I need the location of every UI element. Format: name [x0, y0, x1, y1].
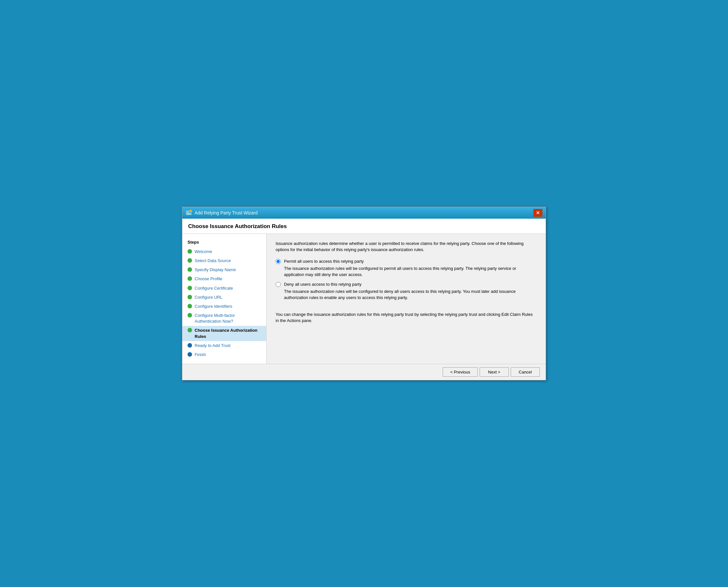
sidebar-item-specify-display-name[interactable]: Specify Display Name [182, 265, 266, 274]
radio-label-text-permit-all: Permit all users to access this relying … [284, 259, 364, 264]
radio-input-permit-all[interactable] [275, 259, 281, 264]
sidebar-item-label-configure-url: Configure URL [195, 295, 222, 300]
sidebar-item-finish[interactable]: Finish [182, 350, 266, 359]
svg-rect-1 [187, 211, 189, 213]
sidebar-item-label-configure-certificate: Configure Certificate [195, 285, 233, 291]
wizard-window: Add Relying Party Trust Wizard ✕ Choose … [182, 207, 546, 380]
radio-option-deny-all: Deny all users access to this relying pa… [275, 282, 537, 301]
svg-rect-3 [187, 213, 191, 214]
sidebar-item-label-welcome: Welcome [195, 249, 212, 255]
radio-label-text-deny-all: Deny all users access to this relying pa… [284, 282, 361, 287]
title-bar-title: Add Relying Party Trust Wizard [195, 210, 258, 215]
steps-label: Steps [182, 238, 266, 247]
sidebar-item-select-data-source[interactable]: Select Data Source [182, 256, 266, 265]
radio-option-permit-all: Permit all users to access this relying … [275, 259, 537, 278]
step-dot-choose-profile [188, 276, 192, 281]
step-dot-ready-to-add-trust [188, 343, 192, 348]
sidebar-item-configure-certificate[interactable]: Configure Certificate [182, 284, 266, 293]
sidebar-item-choose-profile[interactable]: Choose Profile [182, 274, 266, 283]
close-button[interactable]: ✕ [533, 209, 542, 217]
description-text: Issuance authorization rules determine w… [275, 240, 537, 253]
svg-point-5 [190, 210, 191, 211]
step-dot-select-data-source [188, 258, 192, 263]
radio-group: Permit all users to access this relying … [275, 259, 537, 305]
sidebar-item-ready-to-add-trust[interactable]: Ready to Add Trust [182, 341, 266, 350]
page-header: Choose Issuance Authorization Rules [182, 219, 546, 234]
sidebar-item-configure-url[interactable]: Configure URL [182, 293, 266, 302]
sidebar-item-choose-issuance[interactable]: Choose Issuance Authorization Rules [182, 326, 266, 341]
app-icon [186, 210, 192, 216]
sidebar-item-label-choose-issuance: Choose Issuance Authorization Rules [195, 328, 261, 339]
sidebar-item-label-choose-profile: Choose Profile [195, 276, 222, 282]
sidebar-item-label-specify-display-name: Specify Display Name [195, 267, 236, 273]
radio-label-row-deny-all: Deny all users access to this relying pa… [275, 282, 537, 287]
step-dot-configure-multifactor [188, 313, 192, 318]
radio-options-container: Permit all users to access this relying … [275, 259, 537, 305]
next-button[interactable]: Next > [480, 367, 509, 377]
radio-input-deny-all[interactable] [275, 282, 281, 287]
page-title: Choose Issuance Authorization Rules [188, 223, 540, 230]
title-bar-left: Add Relying Party Trust Wizard [186, 210, 258, 216]
radio-description-permit-all: The issuance authorization rules will be… [284, 265, 537, 278]
previous-button[interactable]: < Previous [443, 367, 478, 377]
sidebar-item-configure-identifiers[interactable]: Configure Identifiers [182, 302, 266, 311]
sidebar-item-label-finish: Finish [195, 352, 206, 358]
footer: < Previous Next > Cancel [182, 364, 546, 380]
sidebar-item-label-configure-identifiers: Configure Identifiers [195, 304, 232, 309]
content-area: Steps WelcomeSelect Data SourceSpecify D… [182, 234, 546, 364]
step-dot-configure-url [188, 295, 192, 299]
step-dot-specify-display-name [188, 267, 192, 272]
sidebar-item-label-select-data-source: Select Data Source [195, 258, 231, 264]
main-panel: Issuance authorization rules determine w… [267, 234, 546, 364]
sidebar-item-label-configure-multifactor: Configure Multi-factor Authentication No… [195, 313, 261, 324]
radio-label-row-permit-all: Permit all users to access this relying … [275, 259, 537, 264]
step-dot-finish [188, 352, 192, 357]
title-bar: Add Relying Party Trust Wizard ✕ [182, 207, 546, 219]
sidebar-item-configure-multifactor[interactable]: Configure Multi-factor Authentication No… [182, 311, 266, 326]
sidebar: Steps WelcomeSelect Data SourceSpecify D… [182, 234, 267, 364]
note-text: You can change the issuance authorizatio… [275, 311, 537, 324]
sidebar-steps-list: WelcomeSelect Data SourceSpecify Display… [182, 247, 266, 359]
sidebar-item-label-ready-to-add-trust: Ready to Add Trust [195, 343, 230, 349]
step-dot-choose-issuance [188, 328, 192, 332]
cancel-button[interactable]: Cancel [511, 367, 540, 377]
radio-description-deny-all: The issuance authorization rules will be… [284, 288, 537, 301]
step-dot-welcome [188, 249, 192, 254]
step-dot-configure-certificate [188, 286, 192, 290]
sidebar-item-welcome[interactable]: Welcome [182, 247, 266, 256]
step-dot-configure-identifiers [188, 304, 192, 308]
